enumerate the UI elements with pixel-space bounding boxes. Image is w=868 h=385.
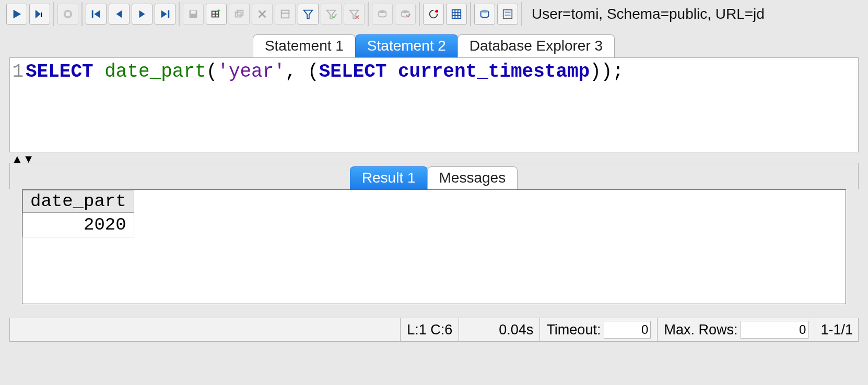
status-spacer [10, 318, 401, 341]
svg-text:+: + [217, 8, 220, 14]
status-cursor-position: L:1 C:6 [401, 318, 459, 341]
toolbar-group-tx [369, 2, 420, 26]
toolbar-group-data: + [180, 2, 369, 26]
svg-rect-5 [92, 10, 93, 18]
result-table: date_part 2020 [22, 190, 134, 237]
token-string: 'year' [217, 61, 285, 82]
svg-rect-38 [503, 10, 512, 19]
tab-database-explorer-3[interactable]: Database Explorer 3 [458, 34, 615, 57]
svg-rect-12 [191, 11, 195, 14]
editor-line-1: 1 SELECT date_part('year', (SELECT curre… [10, 58, 858, 84]
svg-rect-4 [66, 12, 69, 16]
run-step-button[interactable]: I [29, 4, 50, 25]
result-grid[interactable]: date_part 2020 [22, 189, 846, 304]
save-data-button[interactable] [183, 4, 204, 25]
stop-button[interactable] [57, 4, 78, 25]
svg-marker-9 [161, 10, 167, 18]
editor-tab-bar: Statement 1 Statement 2 Database Explore… [0, 34, 868, 57]
toolbar-group-run: I [3, 2, 54, 26]
svg-marker-8 [139, 10, 145, 18]
filter-button[interactable] [298, 4, 319, 25]
status-bar: L:1 C:6 0.04s Timeout: Max. Rows: 1-1/1 [9, 318, 859, 342]
delete-row-button[interactable] [252, 4, 273, 25]
run-button[interactable] [6, 4, 27, 25]
token-inner-select: SELECT [319, 61, 398, 82]
rollback-button[interactable] [395, 4, 416, 25]
token-comma: , ( [285, 61, 319, 82]
result-column-header[interactable]: date_part [23, 190, 134, 213]
copy-row-button[interactable] [229, 4, 250, 25]
svg-rect-10 [168, 10, 170, 18]
tab-result-1[interactable]: Result 1 [350, 166, 428, 189]
add-row-button[interactable]: + [206, 4, 227, 25]
table-row[interactable]: 2020 [23, 213, 134, 237]
svg-marker-1 [36, 10, 41, 19]
grid-button[interactable] [446, 4, 467, 25]
maxrows-label: Max. Rows: [664, 322, 737, 338]
token-close: )); [590, 61, 624, 82]
connection-info: User=tomi, Schema=public, URL=jd [522, 6, 865, 22]
toolbar-group-misc [420, 2, 471, 26]
prev-button[interactable] [109, 4, 130, 25]
timeout-input[interactable] [604, 321, 651, 339]
token-function: date_part [104, 61, 206, 82]
gutter-line-number: 1 [10, 60, 26, 84]
toolbar-group-stop [54, 2, 83, 26]
tab-statement-1[interactable]: Statement 1 [253, 34, 356, 57]
db-view-button[interactable] [474, 4, 495, 25]
sql-code[interactable]: SELECT date_part('year', (SELECT current… [26, 60, 624, 84]
commit-button[interactable] [372, 4, 393, 25]
toolbar-group-view [471, 2, 522, 26]
filter-apply-button[interactable] [321, 4, 342, 25]
tab-messages[interactable]: Messages [427, 166, 518, 189]
filter-clear-button[interactable] [344, 4, 365, 25]
result-tab-bar: Result 1 Messages [9, 163, 859, 189]
sql-client-window: I + [0, 0, 868, 385]
last-button[interactable] [155, 4, 175, 25]
split-handle[interactable]: ▲▼ [0, 152, 868, 163]
maxrows-input[interactable] [741, 321, 808, 339]
form-view-button[interactable] [497, 4, 518, 25]
result-cell[interactable]: 2020 [23, 213, 134, 237]
svg-rect-21 [281, 10, 289, 18]
filter-data-button[interactable] [275, 4, 296, 25]
toolbar-group-nav [83, 2, 180, 26]
svg-point-31 [436, 10, 439, 13]
token-select: SELECT [26, 61, 104, 82]
svg-point-28 [379, 10, 386, 14]
svg-point-37 [481, 10, 489, 13]
svg-rect-40 [505, 15, 511, 16]
svg-point-29 [402, 10, 409, 14]
sql-editor[interactable]: 1 SELECT date_part('year', (SELECT curre… [9, 57, 859, 152]
svg-marker-7 [116, 10, 122, 18]
status-elapsed-time: 0.04s [459, 318, 540, 341]
tab-statement-2[interactable]: Statement 2 [355, 34, 458, 57]
main-toolbar: I + [0, 0, 868, 28]
token-current-timestamp: current_timestamp [398, 61, 590, 82]
svg-marker-23 [304, 10, 313, 19]
svg-text:I: I [41, 11, 43, 19]
timeout-label: Timeout: [546, 322, 601, 338]
svg-rect-39 [505, 11, 511, 13]
svg-rect-32 [452, 10, 461, 19]
status-max-rows: Max. Rows: [658, 318, 815, 341]
status-pager: 1-1/1 [815, 318, 858, 341]
status-timeout: Timeout: [540, 318, 658, 341]
refresh-button[interactable] [423, 4, 444, 25]
first-button[interactable] [86, 4, 107, 25]
svg-marker-0 [14, 10, 21, 19]
svg-marker-6 [94, 10, 100, 18]
token-paren: ( [206, 61, 218, 82]
next-button[interactable] [132, 4, 153, 25]
